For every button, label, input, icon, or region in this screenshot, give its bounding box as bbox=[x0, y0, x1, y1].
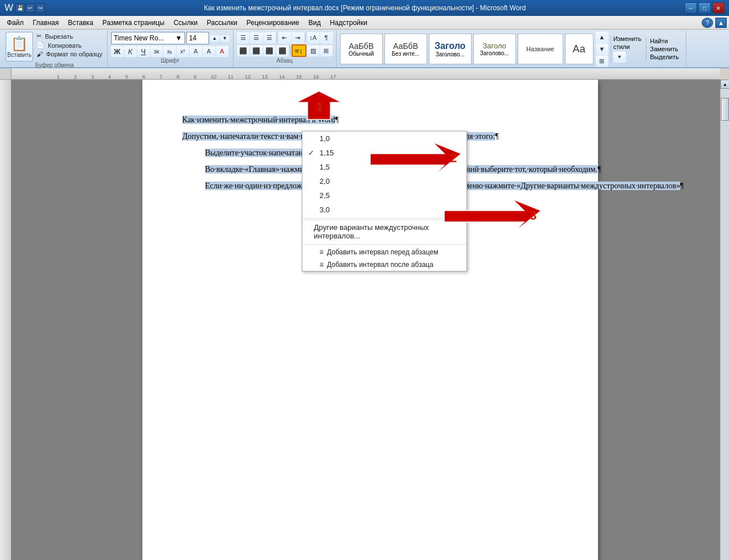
scrollbar-up-btn[interactable]: ▲ bbox=[720, 80, 729, 89]
paragraph-1: Как·изменить·межстрочный·интервал·в·Word… bbox=[182, 114, 558, 126]
styles-section: AаБбВ Обычный AаБбВ Без инте... Заголо З… bbox=[337, 31, 686, 67]
change-styles-label: Изменить bbox=[613, 35, 642, 42]
ruler-corner bbox=[0, 68, 11, 80]
window-title: Как изменить межстрочный интервал.docx [… bbox=[45, 4, 685, 12]
change-styles-btn[interactable]: ▼ bbox=[613, 51, 626, 63]
add-before-option[interactable]: ≡ Добавить интервал перед абзацем bbox=[302, 246, 466, 258]
minimize-btn[interactable]: ─ bbox=[685, 2, 697, 14]
increase-font-btn[interactable]: ▲ bbox=[210, 35, 219, 42]
horizontal-ruler: 1 2 3 4 5 6 7 8 9 10 11 12 13 14 15 16 1… bbox=[11, 68, 720, 80]
styles-scroll-up[interactable]: ▲ bbox=[596, 31, 608, 43]
ruler-corner-right bbox=[720, 68, 729, 80]
text-highlight-button[interactable]: A bbox=[203, 46, 215, 57]
justify-button[interactable]: ⬛ bbox=[276, 45, 289, 56]
quick-save-btn[interactable]: 💾 bbox=[15, 3, 24, 13]
clipboard-label: Буфер обмена bbox=[35, 61, 74, 68]
line-spacing-dropdown[interactable]: 1,0 1,15 1,5 2,0 2,5 3,0 Другие варианты… bbox=[302, 131, 467, 271]
menu-bar: Файл Главная Вставка Разметка страницы С… bbox=[0, 16, 729, 30]
style-aa[interactable]: Аа bbox=[565, 34, 593, 64]
help-btn[interactable]: ? bbox=[702, 18, 713, 28]
align-center-button[interactable]: ⬛ bbox=[250, 45, 263, 56]
style-no-spacing[interactable]: AаБбВ Без инте... bbox=[384, 34, 427, 64]
numbering-button[interactable]: ☰ bbox=[250, 32, 263, 43]
add-after-option[interactable]: ≡ Добавить интервал после абзаца bbox=[302, 258, 466, 271]
align-left-button[interactable]: ⬛ bbox=[237, 45, 249, 56]
paste-button[interactable]: 📋 Вставить bbox=[6, 32, 33, 61]
vertical-scrollbar[interactable]: ▲ ▼ bbox=[720, 80, 729, 560]
menu-view[interactable]: Вид bbox=[304, 16, 325, 29]
increase-indent-button[interactable]: ⇥ bbox=[292, 32, 304, 43]
style-title[interactable]: Название bbox=[518, 34, 563, 64]
bold-button[interactable]: Ж bbox=[111, 46, 124, 57]
spacing-2-5[interactable]: 2,5 bbox=[302, 188, 466, 203]
bullets-button[interactable]: ☰ bbox=[237, 32, 249, 43]
main-area: 1 2 3 4 5 6 7 8 9 10 11 12 13 14 15 16 1… bbox=[0, 68, 729, 560]
menu-layout[interactable]: Разметка страницы bbox=[98, 16, 169, 29]
scrollbar-thumb[interactable] bbox=[721, 98, 729, 121]
decrease-font-btn[interactable]: ▼ bbox=[220, 35, 230, 42]
menu-mailings[interactable]: Рассылки bbox=[202, 16, 242, 29]
strikethrough-button[interactable]: зк bbox=[150, 46, 163, 57]
line-spacing-button[interactable]: ≡↕ bbox=[292, 44, 306, 57]
font-size-box[interactable]: 14 bbox=[186, 32, 209, 44]
clipboard-section: 📋 Вставить ✂Вырезать 📄Копировать 🖌Формат… bbox=[2, 31, 108, 67]
style-normal[interactable]: AаБбВ Обычный bbox=[340, 34, 383, 64]
align-right-button[interactable]: ⬛ bbox=[263, 45, 276, 56]
font-name-box[interactable]: Times New Ro... ▼ bbox=[111, 32, 185, 44]
undo-btn[interactable]: ↩ bbox=[26, 3, 35, 13]
paragraph-section: ☰ ☰ ☰ ⇤ ⇥ ↕A ¶ ⬛ ⬛ ⬛ ⬛ ≡↕ bbox=[234, 31, 337, 67]
multilevel-button[interactable]: ☰ bbox=[263, 32, 276, 43]
find-label: Найти bbox=[650, 38, 679, 44]
sort-button[interactable]: ↕A bbox=[307, 32, 320, 43]
style-heading2[interactable]: Заголо Заголово... bbox=[473, 34, 516, 64]
change-styles-label2: стили bbox=[613, 43, 642, 50]
select-label: Выделить bbox=[650, 53, 679, 60]
superscript-button[interactable]: x² bbox=[177, 46, 189, 57]
ruler-row: 1 2 3 4 5 6 7 8 9 10 11 12 13 14 15 16 1… bbox=[0, 68, 729, 80]
show-marks-button[interactable]: ¶ bbox=[320, 32, 333, 43]
style-heading1[interactable]: Заголо Заголово... bbox=[429, 34, 472, 64]
font-label: Шрифт bbox=[161, 57, 179, 64]
italic-button[interactable]: К bbox=[124, 46, 137, 57]
decrease-indent-button[interactable]: ⇤ bbox=[279, 32, 291, 43]
format-painter-button[interactable]: 🖌Формат по образцу bbox=[35, 50, 104, 58]
ribbon-toggle-btn[interactable]: ▲ bbox=[715, 18, 727, 28]
menu-review[interactable]: Рецензирование bbox=[242, 16, 304, 29]
text-effects-button[interactable]: A bbox=[190, 46, 202, 57]
ribbon: 📋 Вставить ✂Вырезать 📄Копировать 🖌Формат… bbox=[0, 30, 729, 68]
menu-references[interactable]: Ссылки bbox=[169, 16, 202, 29]
spacing-1-0[interactable]: 1,0 bbox=[302, 131, 466, 146]
other-spacing-option[interactable]: Другие варианты междустрочных интервалов… bbox=[302, 220, 466, 243]
menu-home[interactable]: Главная bbox=[28, 16, 64, 29]
spacing-1-5[interactable]: 1,5 bbox=[302, 160, 466, 174]
subscript-button[interactable]: x₂ bbox=[163, 46, 176, 57]
spacing-3-0[interactable]: 3,0 bbox=[302, 203, 466, 217]
copy-button[interactable]: 📄Копировать bbox=[35, 41, 104, 50]
title-bar: W 💾 ↩ ↪ Как изменить межстрочный интерва… bbox=[0, 0, 729, 16]
close-btn[interactable]: ✕ bbox=[712, 2, 724, 14]
menu-file[interactable]: Файл bbox=[2, 16, 28, 29]
font-color-button[interactable]: A bbox=[216, 46, 228, 57]
maximize-btn[interactable]: □ bbox=[698, 2, 711, 14]
spacing-2-0[interactable]: 2,0 bbox=[302, 174, 466, 188]
paragraph-label: Абзац bbox=[277, 57, 293, 64]
borders-button[interactable]: ⊞ bbox=[320, 45, 333, 56]
shading-button[interactable]: ▨ bbox=[307, 45, 320, 56]
styles-more[interactable]: ⊞ bbox=[596, 55, 608, 67]
vertical-ruler bbox=[0, 80, 11, 560]
cut-button[interactable]: ✂Вырезать bbox=[35, 32, 104, 40]
redo-btn[interactable]: ↪ bbox=[36, 3, 45, 13]
styles-scroll-down[interactable]: ▼ bbox=[596, 43, 608, 55]
spacing-1-15[interactable]: 1,15 bbox=[302, 146, 466, 160]
font-section: Times New Ro... ▼ 14 ▲ ▼ Ж К Ч зк x₂ x² bbox=[108, 31, 234, 67]
replace-label: Заменить bbox=[650, 46, 679, 52]
menu-insert[interactable]: Вставка bbox=[63, 16, 98, 29]
underline-button[interactable]: Ч bbox=[137, 46, 150, 57]
menu-addins[interactable]: Надстройки bbox=[325, 16, 372, 29]
